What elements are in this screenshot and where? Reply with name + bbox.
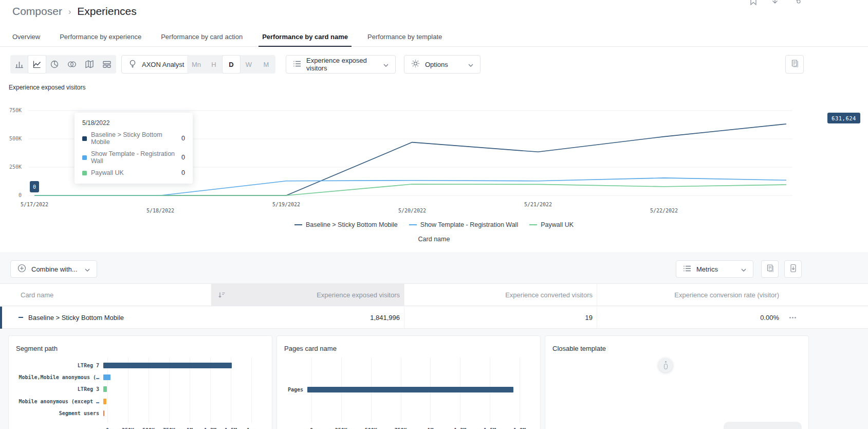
tooltip-row: Show Template - Registration Wall 0 [82, 150, 185, 165]
bar[interactable] [103, 410, 104, 416]
export-download-button[interactable] [784, 260, 802, 278]
x-axis-tick: 5/18/2022 [146, 208, 174, 213]
bar[interactable] [103, 386, 107, 392]
mini-chart-title: Closable template [552, 345, 802, 352]
corner-overlay [724, 422, 802, 429]
chart-tooltip: 5/18/2022 Baseline > Sticky Bottom Mobil… [75, 113, 193, 184]
row-more-options-icon[interactable] [783, 307, 868, 328]
x-axis-tick: 5/17/2022 [21, 202, 48, 207]
line-swatch [409, 224, 417, 225]
chart-legend: Baseline > Sticky Bottom Mobile Show Tem… [0, 221, 868, 228]
gear-icon [411, 59, 420, 69]
tooltip-date: 5/18/2022 [82, 119, 185, 127]
bar[interactable] [103, 363, 232, 368]
granularity-w[interactable]: W [240, 56, 257, 73]
gridline [251, 358, 252, 422]
axon-analyst-button[interactable]: AXON Analyst [121, 55, 191, 74]
table-header: Card name Experience exposed visitors Ex… [0, 283, 868, 306]
x-axis-tick: 5/20/2022 [398, 208, 426, 213]
chart-report-button[interactable] [785, 55, 804, 74]
share-icon[interactable] [791, 0, 801, 7]
breadcrumb: Composer › Experiences [12, 5, 137, 17]
list-icon [683, 265, 691, 274]
pie-chart-icon[interactable] [46, 56, 63, 73]
tab-performance-by-experience[interactable]: Performance by experience [50, 27, 151, 46]
legend-item[interactable]: Baseline > Sticky Bottom Mobile [294, 221, 398, 228]
bar[interactable] [103, 374, 110, 380]
axon-analyst-label: AXON Analyst [142, 61, 184, 68]
composer-experiences-page: Composer › Experiences Overview Performa… [0, 0, 868, 429]
combine-with-label: Combine with... [31, 265, 78, 273]
gridline [520, 358, 520, 422]
metric-selector-value: Experience exposed visitors [306, 57, 378, 72]
scroll-indicator-button[interactable] [658, 358, 673, 372]
granularity-mn[interactable]: Mn [188, 56, 205, 73]
map-icon[interactable] [81, 56, 98, 73]
mini-chart-title: Pages card name [284, 345, 534, 352]
chevron-down-icon [383, 61, 389, 68]
column-header-converted-visitors[interactable]: Experience converted visitors [404, 284, 597, 306]
tab-performance-by-card-name[interactable]: Performance by card name [252, 27, 358, 46]
layout-icon[interactable] [98, 56, 116, 73]
venn-diagram-icon[interactable] [63, 56, 81, 73]
line-swatch [529, 224, 537, 225]
selected-row-accent [0, 307, 2, 329]
series-swatch [82, 136, 87, 141]
tooltip-row: Paywall UK 0 [82, 169, 185, 176]
tooltip-row: Baseline > Sticky Bottom Mobile 0 [82, 131, 185, 146]
metric-selector-dropdown[interactable]: Experience exposed visitors [286, 55, 396, 74]
bar[interactable] [103, 399, 106, 404]
download-file-icon [789, 264, 798, 274]
page-title: Experiences [77, 5, 137, 17]
tab-performance-by-card-action[interactable]: Performance by card action [151, 27, 252, 46]
column-header-conversion-rate[interactable]: Experience conversion rate (visitor) [597, 284, 783, 306]
chevron-down-icon [468, 61, 473, 68]
bar-chart-icon[interactable] [11, 56, 28, 73]
combine-with-button[interactable]: Combine with... [10, 260, 97, 278]
granularity-d[interactable]: D [223, 56, 240, 73]
metrics-label: Metrics [696, 265, 736, 273]
bar-row: Pages [283, 384, 520, 395]
breadcrumb-parent[interactable]: Composer [12, 5, 62, 17]
table-row[interactable]: Baseline > Sticky Bottom Mobile 1,841,99… [0, 307, 868, 329]
bar[interactable] [307, 387, 513, 392]
category-label: LTReg 7 [15, 363, 103, 368]
column-header-exposed-visitors[interactable]: Experience exposed visitors [211, 284, 404, 306]
exposed-visitors-cell: 1,841,996 [211, 307, 404, 328]
category-label: Pages [283, 387, 307, 392]
mini-chart-segment-path: Segment path LTReg 7Mobile,Mobile anonym… [8, 335, 272, 429]
x-axis-tick: 5/19/2022 [272, 202, 300, 207]
download-icon[interactable] [770, 0, 780, 7]
metrics-dropdown[interactable]: Metrics [676, 260, 753, 278]
legend-item[interactable]: Paywall UK [529, 221, 574, 228]
table-report-button[interactable] [761, 260, 779, 278]
card-name-cell: Baseline > Sticky Bottom Mobile [0, 307, 211, 328]
hovered-axis-value-badge: 0 [30, 181, 39, 192]
chevron-down-icon [85, 265, 90, 273]
granularity-switcher: Mn H D W M [187, 55, 275, 74]
granularity-h[interactable]: H [205, 56, 223, 73]
chart-type-switcher [10, 55, 116, 74]
category-label: Mobile anonymous (except … [15, 399, 103, 404]
conversion-rate-cell: 0.00% [597, 307, 783, 328]
sort-descending-icon [218, 291, 226, 300]
bar-row: LTReg 7 [15, 360, 251, 371]
line-swatch [294, 224, 302, 225]
series-line-swatch [19, 317, 23, 318]
options-dropdown[interactable]: Options [404, 55, 481, 74]
bookmark-icon[interactable] [748, 0, 759, 6]
granularity-m[interactable]: M [257, 56, 275, 73]
column-header-card-name[interactable]: Card name [0, 284, 211, 306]
tab-performance-by-template[interactable]: Performance by template [358, 27, 452, 46]
breadcrumb-separator-icon: › [68, 6, 71, 16]
report-icon [766, 264, 774, 274]
mini-chart-closable-template: Closable template [545, 335, 809, 429]
category-label: LTReg 3 [15, 386, 103, 392]
bar-row: Mobile anonymous (except … [15, 396, 251, 407]
tab-overview[interactable]: Overview [3, 27, 50, 46]
chevron-down-icon [741, 265, 746, 273]
line-chart-icon[interactable] [28, 56, 46, 73]
lightbulb-icon [128, 59, 137, 70]
legend-item[interactable]: Show Template - Registration Wall [409, 221, 518, 228]
x-axis-tick: 5/22/2022 [650, 208, 678, 213]
